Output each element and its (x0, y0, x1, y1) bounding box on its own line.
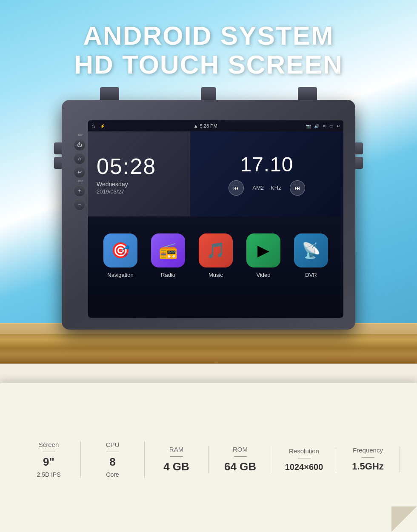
spec-ram-value: 4 GB (163, 460, 189, 473)
title-line1: ANDROID SYSTEM (0, 21, 417, 50)
status-time: 5:28 PM (200, 123, 217, 128)
spec-rom-label: ROM (233, 446, 248, 453)
radio-next-button[interactable]: ⏭ (290, 180, 305, 196)
navigation-label: Navigation (107, 272, 133, 278)
app-video[interactable]: ▶ Video (246, 233, 280, 278)
vol-up-button[interactable]: + (74, 185, 86, 197)
radio-controls: ⏮ AM2 KHz ⏭ (228, 180, 305, 196)
spec-frequency: Frequency 1.5GHz (336, 447, 400, 472)
back-button[interactable]: ↩ (74, 166, 86, 178)
mic-label: MIC (74, 134, 87, 137)
app-dvr[interactable]: 📡 DVR (294, 233, 328, 278)
app-grid: 🎯 Navigation 📻 Radio 🎵 Music (88, 216, 343, 295)
specs-section: Screen 9" 2.5D IPS CPU 8 Core RAM 4 GB R… (0, 364, 417, 532)
vol-down-button[interactable]: − (74, 199, 86, 211)
spec-resolution-divider (298, 458, 311, 458)
status-bar: ⌂ ⚡ ▲ 5:28 PM 📷 🔊 ✕ ▭ ↩ (88, 120, 343, 131)
radio-label: Radio (161, 272, 175, 278)
title-line2: HD TOUCH SCREEN (0, 50, 417, 79)
power-button[interactable]: ⏻ (74, 139, 86, 151)
spec-screen: Screen 9" 2.5D IPS (17, 441, 81, 478)
usb-icon: ⚡ (100, 124, 105, 128)
radio-unit: KHz (271, 185, 281, 191)
app-music[interactable]: 🎵 Music (199, 233, 233, 278)
status-bar-center: ▲ 5:28 PM (194, 123, 217, 128)
app-radio[interactable]: 📻 Radio (151, 233, 185, 278)
screen: ⌂ ⚡ ▲ 5:28 PM 📷 🔊 ✕ ▭ ↩ (88, 120, 343, 318)
clock-widget: 05:28 Wednesday 2019/03/27 (88, 131, 190, 216)
sound-status-icon: 🔊 (314, 124, 319, 128)
status-bar-right: 📷 🔊 ✕ ▭ ↩ (306, 124, 340, 128)
side-tabs-left (54, 142, 62, 169)
clock-date: 2019/03/27 (97, 188, 182, 195)
specs-paper: Screen 9" 2.5D IPS CPU 8 Core RAM 4 GB R… (0, 383, 417, 532)
radio-band: AM2 (252, 185, 264, 191)
spec-screen-sub: 2.5D IPS (37, 471, 60, 478)
side-tab-right-1 (355, 142, 363, 154)
spec-rom-divider (234, 456, 247, 457)
head-unit-wrapper: MIC ⏻ ⌂ ↩ RST + − ⌂ ⚡ (53, 87, 364, 330)
dvr-label: DVR (305, 272, 317, 278)
spec-rom-value: 64 GB (224, 460, 256, 473)
status-bar-left: ⌂ ⚡ (91, 122, 105, 129)
spec-resolution: Resolution 1024×600 (272, 447, 336, 472)
dvr-icon[interactable]: 📡 (294, 233, 328, 267)
spec-ram-label: RAM (169, 446, 183, 453)
screen-inner: ⌂ ⚡ ▲ 5:28 PM 📷 🔊 ✕ ▭ ↩ (88, 120, 343, 318)
spec-cpu: CPU 8 Core (81, 441, 145, 478)
spec-resolution-label: Resolution (289, 447, 319, 455)
music-label: Music (208, 272, 223, 278)
spec-cpu-value: 8 (109, 455, 115, 469)
video-label: Video (256, 272, 270, 278)
spec-screen-value: 9" (43, 455, 54, 469)
bezel-outer: MIC ⏻ ⌂ ↩ RST + − ⌂ ⚡ (62, 100, 355, 330)
side-tab-right-2 (355, 157, 363, 169)
spec-ram-divider (170, 456, 183, 457)
window-status-icon: ▭ (329, 124, 333, 128)
title-area: ANDROID SYSTEM HD TOUCH SCREEN (0, 21, 417, 79)
video-icon[interactable]: ▶ (246, 233, 280, 267)
rst-label: RST (74, 180, 87, 182)
paper-curl (391, 506, 417, 532)
spec-frequency-divider (362, 457, 374, 458)
side-tab-left-1 (54, 142, 62, 154)
spec-resolution-value: 1024×600 (285, 462, 323, 472)
spec-cpu-sub: Core (106, 471, 119, 478)
close-status-icon: ✕ (323, 124, 326, 128)
widget-row: 05:28 Wednesday 2019/03/27 17.10 ⏮ (88, 131, 343, 216)
app-navigation[interactable]: 🎯 Navigation (103, 233, 137, 278)
clock-time: 05:28 (97, 154, 182, 179)
content-area: 05:28 Wednesday 2019/03/27 17.10 ⏮ (88, 131, 343, 318)
spec-cpu-divider (106, 452, 119, 452)
camera-status-icon: 📷 (306, 124, 311, 128)
spec-screen-divider (43, 452, 55, 452)
spec-ram: RAM 4 GB (145, 446, 208, 473)
wifi-icon: ▲ (194, 123, 198, 128)
radio-icon[interactable]: 📻 (151, 233, 185, 267)
radio-frequency: 17.10 (240, 153, 293, 176)
home-button[interactable]: ⌂ (74, 153, 86, 165)
spec-screen-label: Screen (39, 441, 59, 448)
home-icon[interactable]: ⌂ (91, 122, 95, 129)
spec-frequency-label: Frequency (353, 447, 383, 454)
clock-day: Wednesday (97, 181, 182, 188)
radio-info: AM2 KHz (252, 185, 281, 191)
head-unit: MIC ⏻ ⌂ ↩ RST + − ⌂ ⚡ (53, 87, 364, 330)
music-icon[interactable]: 🎵 (199, 233, 233, 267)
left-button-strip: MIC ⏻ ⌂ ↩ RST + − (74, 134, 87, 211)
back-status-icon[interactable]: ↩ (337, 124, 340, 128)
navigation-icon[interactable]: 🎯 (103, 233, 137, 267)
side-tab-left-2 (54, 157, 62, 169)
spec-cpu-label: CPU (106, 441, 120, 448)
spec-rom: ROM 64 GB (208, 446, 272, 473)
radio-widget: 17.10 ⏮ AM2 KHz ⏭ (190, 131, 343, 216)
radio-prev-button[interactable]: ⏮ (228, 180, 244, 196)
side-tabs-right (355, 142, 363, 169)
spec-frequency-value: 1.5GHz (352, 461, 384, 472)
